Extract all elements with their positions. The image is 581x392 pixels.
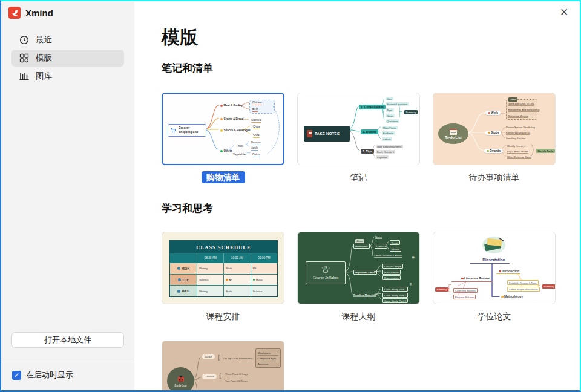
todo-central-topic: To-do List: [438, 123, 468, 144]
thumb-topic: Done: [508, 97, 517, 102]
open-local-file-button[interactable]: 打开本地文件: [11, 332, 124, 348]
thumb-topic: On Top Of Its Pronotum: [223, 357, 250, 360]
template-label-todo: 待办事项清单: [433, 172, 556, 183]
thumb-topic: About: [355, 239, 364, 243]
template-card-notes[interactable]: TAKE NOTES 1. Cornell Notes Date Essenti…: [297, 93, 420, 183]
show-on-startup-label: 在启动时显示: [26, 370, 73, 381]
show-on-startup-row: ✓ 在启动时显示: [12, 370, 73, 381]
thumb-topic: Head: [202, 354, 215, 359]
section-heading-notes-lists: 笔记和清单: [162, 61, 213, 75]
sidebar-item-recent[interactable]: 最近: [11, 31, 124, 48]
day-icon: [177, 267, 180, 270]
schedule-row-tue: TUE Science Art Music: [170, 274, 277, 286]
template-label-notes: 笔记: [297, 172, 420, 183]
schedule-time: 10:00 AM: [223, 253, 250, 263]
template-card-syllabus[interactable]: Course Syllabus About Instructor Name Co…: [297, 232, 420, 322]
template-label-syllabus: 课程大纲: [297, 312, 420, 322]
day-icon: [178, 278, 181, 281]
show-on-startup-checkbox[interactable]: ✓: [12, 371, 21, 380]
thumb-topic: Fruits: [237, 145, 243, 148]
schedule-time: 08:30 AM: [197, 253, 223, 263]
thumb-topic: Korean Vocabulary 50: [506, 131, 530, 135]
notes-central-topic: TAKE NOTES: [304, 126, 350, 142]
template-thumbnail-grocery[interactable]: GroceryShopping List Meat & Poultry Chic…: [162, 93, 284, 165]
syllabus-central-topic: Course Syllabus: [306, 261, 346, 284]
template-label-grocery: 购物清单: [162, 172, 284, 183]
template-thumbnail-notes[interactable]: TAKE NOTES 1. Cornell Notes Date Essenti…: [297, 93, 420, 165]
thumb-topic: 3. Tips: [361, 149, 374, 154]
template-card-ladybug[interactable]: Ladybug Head { On Top Of Its Pronotum Mo…: [162, 341, 284, 392]
thumb-topic: Essential question: [386, 102, 409, 106]
thumb-topic: Send Blog Draft To Lisa: [508, 102, 534, 106]
thumb-topic: Important Dates: [353, 270, 377, 275]
schedule-cell: Science: [197, 274, 223, 286]
thumb-topic: Examination: [382, 275, 401, 280]
sidebar-item-label: 最近: [36, 34, 52, 45]
thumb-topic: Pay Credit Card Bill: [507, 150, 528, 154]
thumb-topic: Oatmeal: [251, 119, 261, 123]
sidebar-item-gallery[interactable]: 图库: [11, 68, 124, 85]
dissertation-title: Dissertation: [467, 258, 521, 262]
template-thumbnail-todo[interactable]: To-do List Work Done Send Blog Draft To …: [433, 93, 556, 165]
close-icon[interactable]: ✕: [557, 5, 571, 19]
thumb-topic: Name: [375, 235, 382, 239]
schedule-cell: Art: [223, 274, 250, 286]
schedule-row-wed: WED Writing Math Science: [170, 285, 277, 296]
template-card-schedule[interactable]: CLASS SCHEDULE 08:30 AM 10:00 AM 02:00 P…: [162, 232, 284, 322]
thumb-topic: Don't Overdo It: [376, 150, 395, 154]
template-label-schedule: 课程安排: [162, 312, 284, 322]
template-thumbnail-dissertation[interactable]: Dissertation Literature Review Collectin…: [433, 232, 556, 304]
thumb-topic: Office Location & Hours: [374, 254, 402, 258]
ladybug-title: Ladybug: [174, 384, 186, 387]
thumb-topic: Summary: [542, 284, 556, 289]
templates-grid-icon: [19, 53, 29, 63]
thumb-topic: Banana: [251, 141, 261, 145]
thumb-topic: Weekly Grocery: [507, 145, 524, 148]
thumb-topic: Note Down Key Items: [376, 145, 403, 148]
section-heading-study-thinking: 学习和思考: [162, 201, 213, 215]
thumb-topic: Review Korean Vocabulary: [506, 126, 535, 129]
schedule-row-mon: MON Writing Math PE: [170, 263, 277, 274]
thumb-topic: Case Study Part 2: [382, 293, 408, 298]
thumb-topic: Reading Materials: [353, 293, 376, 297]
thumb-topic: Propose Solution: [453, 295, 476, 299]
brace-glyph: {: [219, 373, 221, 379]
template-card-todo[interactable]: To-do List Work Done Send Blog Draft To …: [433, 93, 556, 183]
art-icon: [226, 279, 228, 281]
thumb-topic: Snacks & Beverages: [220, 129, 251, 132]
thumb-topic: Weekly To-do: [536, 149, 555, 153]
thumb-topic: Three Pairs Of Legs: [225, 373, 248, 376]
music-icon: [253, 279, 255, 281]
thumb-topic: Chips: [253, 125, 260, 129]
grocery-central-topic: GroceryShopping List: [168, 124, 206, 137]
thumb-topic: Define Scope of Research: [507, 287, 540, 292]
schedule-cell: Writing: [197, 263, 223, 274]
thumb-topic: Details: [382, 137, 392, 141]
thumb-topic: Two Pairs Of Wings: [225, 379, 248, 382]
notes-title: TAKE NOTES: [315, 132, 340, 136]
schedule-cell: Math: [223, 285, 250, 296]
sidebar-item-templates[interactable]: 模版: [11, 50, 124, 67]
thumb-topic: Soda: [253, 134, 260, 138]
thumb-topic: Study: [485, 131, 501, 135]
template-label-dissertation: 学位论文: [433, 312, 556, 322]
sidebar-nav: 最近 模版 图库: [11, 31, 124, 85]
ladybug-icon: [176, 374, 186, 383]
thumb-topic: Establish Research Topic: [507, 280, 539, 285]
template-card-dissertation[interactable]: Dissertation Literature Review Collectin…: [433, 232, 556, 322]
thumb-topic: Apple: [251, 146, 258, 151]
template-thumbnail-schedule[interactable]: CLASS SCHEDULE 08:30 AM 10:00 AM 02:00 P…: [162, 232, 284, 304]
thumb-topic: Collecting Sources: [453, 288, 478, 293]
clock-icon: [19, 35, 29, 45]
template-thumbnail-syllabus[interactable]: Course Syllabus About Instructor Name Co…: [297, 232, 420, 304]
thumb-topic: Case Study Part 1: [382, 287, 408, 292]
schedule-title: CLASS SCHEDULE: [170, 241, 277, 253]
book-sketch-icon: [321, 266, 330, 274]
schedule-cell: Science: [251, 285, 277, 296]
template-thumbnail-ladybug[interactable]: Ladybug Head { On Top Of Its Pronotum Mo…: [162, 341, 284, 392]
schedule-cell: Music: [251, 274, 277, 286]
thumb-topic: Errands: [484, 149, 503, 153]
thumb-topic: Grains & Bread: [220, 117, 243, 121]
template-card-grocery[interactable]: GroceryShopping List Meat & Poultry Chic…: [162, 93, 284, 183]
thumb-topic: Write Christmas Cards: [507, 155, 531, 159]
